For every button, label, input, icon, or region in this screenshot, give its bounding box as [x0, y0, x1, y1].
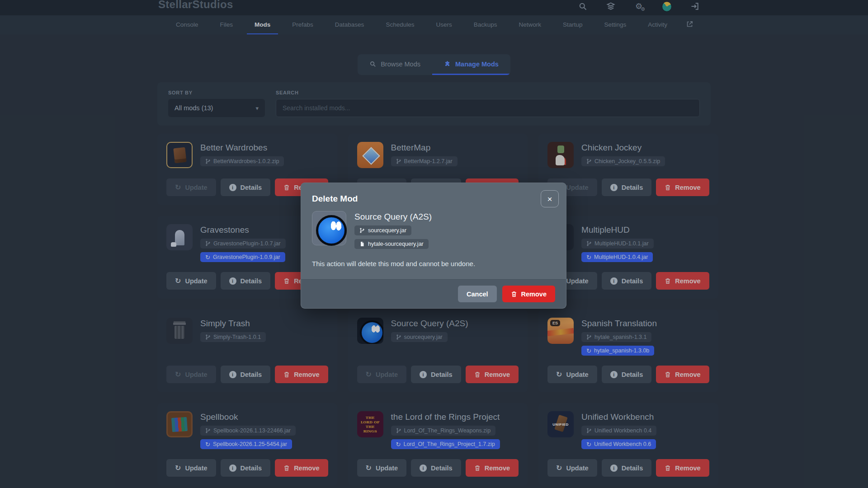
file-icon [359, 241, 365, 247]
mod-library-badge: hytale-sourcequery.jar [354, 239, 429, 249]
mod-icon [312, 211, 346, 245]
mod-file-name: sourcequery.jar [368, 227, 406, 234]
delete-mod-modal: Delete Mod × Source Query (A2S) sourcequ… [301, 183, 566, 309]
mod-library-name: hytale-sourcequery.jar [368, 241, 424, 247]
cancel-button[interactable]: Cancel [458, 286, 497, 302]
git-branch-icon [359, 228, 365, 233]
modal-title: Delete Mod [312, 194, 555, 204]
confirm-remove-button[interactable]: Remove [502, 286, 555, 302]
modal-message: This action will delete this mod and can… [312, 260, 555, 267]
mod-file-badge: sourcequery.jar [354, 225, 411, 235]
trash-icon [511, 291, 517, 297]
close-icon[interactable]: × [541, 190, 559, 207]
confirm-remove-label: Remove [521, 291, 547, 298]
modal-mod-name: Source Query (A2S) [354, 211, 432, 222]
